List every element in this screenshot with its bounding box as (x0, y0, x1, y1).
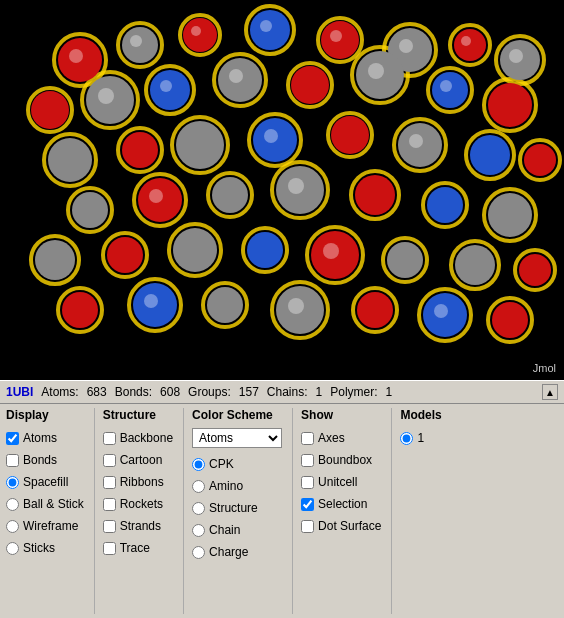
collapse-button[interactable]: ▲ (542, 384, 558, 400)
unitcell-row: Unitcell (301, 472, 381, 492)
bonds-label[interactable]: Bonds (23, 453, 57, 467)
svg-point-94 (130, 35, 142, 47)
sticks-label[interactable]: Sticks (23, 541, 55, 555)
amino-label[interactable]: Amino (209, 479, 243, 493)
svg-point-89 (387, 242, 423, 278)
structure-title: Structure (103, 408, 173, 422)
axes-label[interactable]: Axes (318, 431, 345, 445)
cartoon-row: Cartoon (103, 450, 173, 470)
backbone-row: Backbone (103, 428, 173, 448)
ribbons-checkbox[interactable] (103, 476, 116, 489)
color-scheme-dropdown[interactable]: Atoms Chain Group Residue Temperature (192, 428, 282, 448)
spacefill-label[interactable]: Spacefill (23, 475, 68, 489)
svg-point-106 (264, 129, 278, 143)
atoms-value: 683 (87, 385, 107, 399)
atoms-label[interactable]: Atoms (23, 431, 57, 445)
color-scheme-panel: Color Scheme Atoms Chain Group Residue T… (192, 408, 293, 614)
sticks-radio[interactable] (6, 542, 19, 555)
spacefill-radio[interactable] (6, 476, 19, 489)
ball-stick-radio[interactable] (6, 498, 19, 511)
sticks-row: Sticks (6, 538, 84, 558)
groups-value: 157 (239, 385, 259, 399)
model-1-row: 1 (400, 428, 441, 448)
atoms-checkbox[interactable] (6, 432, 19, 445)
dot-surface-row: Dot Surface (301, 516, 381, 536)
svg-point-104 (368, 63, 384, 79)
svg-point-100 (509, 49, 523, 63)
svg-point-70 (427, 187, 463, 223)
unitcell-checkbox[interactable] (301, 476, 314, 489)
jmol-watermark: Jmol (533, 362, 556, 374)
chains-label: Chains: (267, 385, 308, 399)
model-1-radio[interactable] (400, 432, 413, 445)
svg-point-56 (524, 144, 556, 176)
cartoon-checkbox[interactable] (103, 454, 116, 467)
structure-label[interactable]: Structure (209, 501, 258, 515)
svg-point-99 (461, 36, 471, 46)
wireframe-label[interactable]: Wireframe (23, 519, 78, 533)
ball-stick-row: Ball & Stick (6, 494, 84, 514)
rockets-checkbox[interactable] (103, 498, 116, 511)
structure-radio[interactable] (192, 502, 205, 515)
svg-point-84 (212, 177, 248, 213)
models-panel: Models 1 (400, 408, 451, 614)
boundbox-label[interactable]: Boundbox (318, 453, 372, 467)
svg-point-96 (260, 20, 272, 32)
svg-point-113 (434, 304, 448, 318)
svg-point-58 (355, 175, 395, 215)
wireframe-radio[interactable] (6, 520, 19, 533)
axes-checkbox[interactable] (301, 432, 314, 445)
charge-label[interactable]: Charge (209, 545, 248, 559)
trace-checkbox[interactable] (103, 542, 116, 555)
structure-row: Structure (192, 498, 282, 518)
svg-point-93 (69, 49, 83, 63)
bonds-checkbox[interactable] (6, 454, 19, 467)
svg-point-69 (470, 135, 510, 175)
svg-point-62 (62, 292, 98, 328)
svg-point-97 (330, 30, 342, 42)
charge-row: Charge (192, 542, 282, 562)
unitcell-label[interactable]: Unitcell (318, 475, 357, 489)
model-1-label[interactable]: 1 (417, 431, 424, 445)
charge-radio[interactable] (192, 546, 205, 559)
svg-point-64 (492, 302, 528, 338)
cartoon-label[interactable]: Cartoon (120, 453, 163, 467)
strands-row: Strands (103, 516, 173, 536)
strands-label[interactable]: Strands (120, 519, 161, 533)
dot-surface-label[interactable]: Dot Surface (318, 519, 381, 533)
trace-label[interactable]: Trace (120, 541, 150, 555)
svg-point-110 (323, 243, 339, 259)
polymer-label: Polymer: (330, 385, 377, 399)
display-title: Display (6, 408, 84, 422)
cpk-label[interactable]: CPK (209, 457, 234, 471)
svg-point-61 (519, 254, 551, 286)
svg-point-108 (149, 189, 163, 203)
display-panel: Display Atoms Bonds Spacefill Ball & Sti… (6, 408, 95, 614)
backbone-label[interactable]: Backbone (120, 431, 173, 445)
bonds-row: Bonds (6, 450, 84, 470)
cpk-radio[interactable] (192, 458, 205, 471)
boundbox-checkbox[interactable] (301, 454, 314, 467)
models-title: Models (400, 408, 441, 422)
chain-row: Chain (192, 520, 282, 540)
svg-point-48 (183, 18, 217, 52)
chain-radio[interactable] (192, 524, 205, 537)
chain-label[interactable]: Chain (209, 523, 240, 537)
backbone-checkbox[interactable] (103, 432, 116, 445)
svg-point-95 (191, 26, 201, 36)
ball-stick-label[interactable]: Ball & Stick (23, 497, 84, 511)
ribbons-label[interactable]: Ribbons (120, 475, 164, 489)
amino-radio[interactable] (192, 480, 205, 493)
spacefill-row: Spacefill (6, 472, 84, 492)
boundbox-row: Boundbox (301, 450, 381, 470)
dot-surface-checkbox[interactable] (301, 520, 314, 533)
atoms-label: Atoms: (41, 385, 78, 399)
svg-point-63 (357, 292, 393, 328)
strands-checkbox[interactable] (103, 520, 116, 533)
svg-point-101 (98, 88, 114, 104)
selection-checkbox[interactable] (301, 498, 314, 511)
molecule-id: 1UBI (6, 385, 33, 399)
molecule-viewer[interactable]: Jmol (0, 0, 564, 380)
rockets-label[interactable]: Rockets (120, 497, 163, 511)
selection-label[interactable]: Selection (318, 497, 367, 511)
